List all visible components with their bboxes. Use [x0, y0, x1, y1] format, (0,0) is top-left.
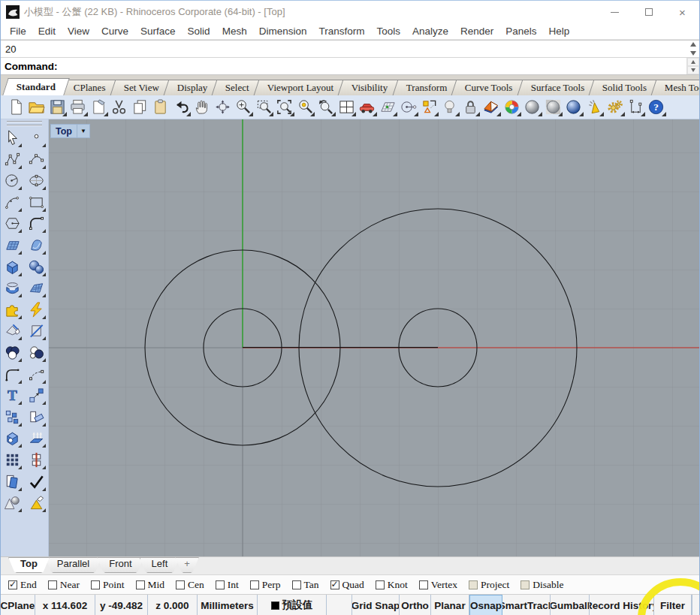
status-cell-6[interactable]: [327, 595, 352, 615]
checkbox-icon[interactable]: [91, 580, 100, 589]
toolbar-icon-display-mode[interactable]: [481, 98, 501, 117]
checkbox-icon[interactable]: [376, 580, 385, 589]
status-cell-[interactable]: 預設值: [258, 595, 327, 615]
status-cell-planar[interactable]: Planar: [431, 595, 469, 615]
toolbar-tab-visibility[interactable]: Visibility: [338, 80, 402, 95]
sidebar-tool-icon-solid-hole[interactable]: [2, 429, 23, 448]
status-cell-gumball[interactable]: Gumball: [551, 595, 590, 615]
sidebar-tool-icon-surface-curved[interactable]: [26, 236, 47, 255]
osnap-toggle-perp[interactable]: Perp: [250, 579, 281, 591]
menu-item-dimension[interactable]: Dimension: [253, 26, 313, 37]
viewport-top[interactable]: Top ▼: [49, 119, 700, 556]
sidebar-tool-icon-explode-tool[interactable]: [26, 300, 47, 319]
osnap-toggle-end[interactable]: End: [8, 579, 37, 591]
toolbar-icon-pan[interactable]: [192, 98, 212, 117]
toolbar-icon-named-views[interactable]: [358, 98, 377, 117]
viewport-tab-[interactable]: +: [175, 557, 199, 573]
sidebar-tool-icon-box-tool[interactable]: [2, 258, 23, 276]
menu-item-help[interactable]: Help: [543, 26, 576, 37]
toolbar-icon-cplane[interactable]: [378, 98, 397, 117]
toolbar-icon-open-file[interactable]: [27, 98, 47, 117]
checkbox-icon[interactable]: [176, 580, 185, 589]
status-cell-filter[interactable]: Filter: [654, 595, 692, 615]
sidebar-tool-icon-primitives-tool[interactable]: [2, 493, 23, 512]
menu-item-render[interactable]: Render: [454, 26, 499, 37]
toolbar-icon-dimension[interactable]: [626, 98, 645, 117]
sidebar-tool-icon-split-tool[interactable]: [26, 321, 47, 340]
toolbar-icon-osnap-settings[interactable]: [419, 98, 439, 117]
sidebar-tool-icon-sphere-tool[interactable]: [26, 258, 47, 276]
sidebar-tool-icon-fillet-curve[interactable]: [2, 365, 23, 384]
toolbar-icon-zoom-window[interactable]: [254, 98, 273, 117]
toolbar-icon-new-file[interactable]: [6, 98, 26, 117]
toolbar-icon-undo[interactable]: [171, 98, 191, 117]
sidebar-tool-icon-extrude-tool[interactable]: [26, 429, 47, 448]
sidebar-tool-icon-boolean-difference[interactable]: [26, 343, 47, 362]
command-history-scrollbar[interactable]: [687, 41, 699, 57]
sidebar-tool-icon-section-tool[interactable]: [26, 451, 47, 469]
toolbar-icon-zoom-extents[interactable]: [275, 98, 294, 117]
menu-item-analyze[interactable]: Analyze: [406, 26, 454, 37]
toolbar-icon-cut[interactable]: [110, 98, 129, 117]
status-cell-smarttrack[interactable]: SmartTrack: [502, 595, 551, 615]
sidebar-tool-icon-boolean-union[interactable]: [2, 343, 23, 362]
sidebar-grip[interactable]: [7, 121, 42, 126]
osnap-toggle-quad[interactable]: Quad: [330, 579, 364, 591]
menu-item-tools[interactable]: Tools: [370, 26, 406, 37]
toolbar-tab-surface-tools[interactable]: Surface Tools: [517, 80, 598, 95]
status-cell-osnap[interactable]: Osnap: [469, 595, 502, 615]
sidebar-tool-icon-select[interactable]: [2, 128, 23, 147]
toolbar-icon-print[interactable]: [68, 98, 88, 117]
checkbox-icon[interactable]: [330, 580, 339, 589]
toolbar-icon-color-wheel[interactable]: [502, 98, 521, 117]
menu-item-solid[interactable]: Solid: [182, 26, 216, 37]
spinner-down-icon[interactable]: [687, 66, 699, 74]
sidebar-tool-icon-trim-tool[interactable]: [2, 321, 23, 340]
command-input[interactable]: [58, 58, 687, 74]
sidebar-tool-icon-check-tool[interactable]: [26, 472, 47, 491]
checkbox-icon[interactable]: [419, 580, 428, 589]
sidebar-tool-icon-join-tool[interactable]: [2, 300, 23, 319]
sidebar-tool-icon-ellipse-tool[interactable]: [26, 171, 47, 190]
checkbox-icon[interactable]: [136, 580, 145, 589]
status-cell-x-114-602[interactable]: x 114.602: [35, 595, 95, 615]
toolbar-icon-copy[interactable]: [130, 98, 149, 117]
toolbar-icon-viewport-layout[interactable]: [336, 98, 356, 117]
osnap-toggle-int[interactable]: Int: [216, 579, 239, 591]
sidebar-tool-icon-extend-curve[interactable]: [26, 365, 47, 384]
toolbar-icon-options[interactable]: [605, 98, 625, 117]
viewport-canvas[interactable]: [49, 119, 700, 556]
checkbox-icon[interactable]: [48, 580, 57, 589]
status-cell-grid-snap[interactable]: Grid Snap: [352, 595, 400, 615]
command-history[interactable]: 20: [1, 40, 699, 58]
sidebar-tool-icon-torus-tool[interactable]: [2, 279, 23, 297]
toolbar-tab-viewport-layout[interactable]: Viewport Layout: [253, 80, 347, 95]
menu-item-curve[interactable]: Curve: [95, 26, 134, 37]
viewport-title-dropdown[interactable]: Top ▼: [50, 124, 90, 138]
toolbar-icon-paste[interactable]: [151, 98, 170, 117]
toolbar-icon-set-cplane-origin[interactable]: [399, 98, 418, 117]
osnap-toggle-cen[interactable]: Cen: [176, 579, 204, 591]
osnap-toggle-mid[interactable]: Mid: [136, 579, 165, 591]
command-line[interactable]: Command:: [1, 58, 699, 75]
sidebar-tool-icon-polygon-tool[interactable]: [2, 214, 23, 233]
toolbar-icon-zoom-dynamic[interactable]: [234, 98, 253, 117]
status-cell-cplane[interactable]: CPlane: [1, 595, 35, 615]
sidebar-tool-icon-layers-copy[interactable]: [2, 472, 23, 491]
checkbox-icon[interactable]: [216, 580, 225, 589]
menu-item-panels[interactable]: Panels: [499, 26, 542, 37]
toolbar-icon-ghosted-viewport[interactable]: [543, 98, 563, 117]
toolbar-tab-transform[interactable]: Transform: [392, 80, 460, 95]
minimize-button[interactable]: [598, 1, 632, 23]
toolbar-icon-zoom-selected[interactable]: [295, 98, 315, 117]
toolbar-icon-render[interactable]: [584, 98, 604, 117]
sidebar-tool-icon-point[interactable]: [26, 128, 47, 147]
sidebar-tool-icon-edit-rect[interactable]: [26, 408, 47, 427]
toolbar-tab-solid-tools[interactable]: Solid Tools: [589, 80, 661, 95]
toolbar-icon-undo-view[interactable]: [316, 98, 336, 117]
osnap-toggle-project[interactable]: Project: [469, 579, 509, 591]
osnap-toggle-tan[interactable]: Tan: [292, 579, 319, 591]
checkbox-icon[interactable]: [8, 580, 17, 589]
osnap-toggle-vertex[interactable]: Vertex: [419, 579, 457, 591]
sidebar-tool-icon-circle-tool[interactable]: [2, 171, 23, 190]
